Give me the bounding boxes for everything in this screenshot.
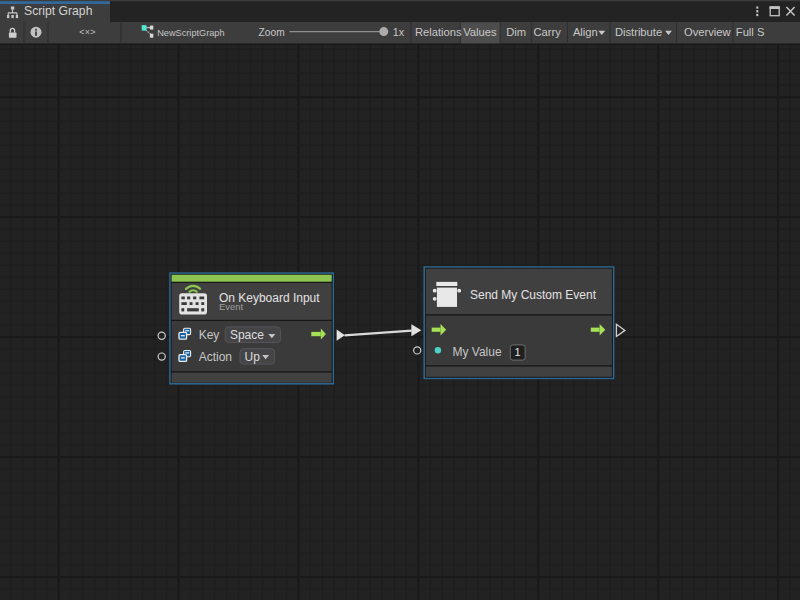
svg-text:Event: Event bbox=[219, 301, 244, 312]
svg-text:Key: Key bbox=[199, 328, 220, 342]
svg-text:Script Graph: Script Graph bbox=[24, 4, 92, 18]
svg-text:Overview: Overview bbox=[684, 26, 732, 38]
svg-text:Dim: Dim bbox=[506, 26, 526, 38]
svg-text:Align: Align bbox=[573, 26, 598, 38]
svg-text:Distribute: Distribute bbox=[615, 26, 662, 38]
svg-text:My Value: My Value bbox=[453, 345, 502, 359]
svg-text:Zoom: Zoom bbox=[259, 27, 285, 38]
svg-text:Up: Up bbox=[245, 350, 261, 364]
svg-text:Send My Custom Event: Send My Custom Event bbox=[470, 288, 597, 302]
svg-text:1: 1 bbox=[515, 346, 521, 358]
svg-text:NewScriptGraph: NewScriptGraph bbox=[157, 28, 224, 38]
svg-text:Relations: Relations bbox=[415, 26, 462, 38]
svg-text:Values: Values bbox=[463, 26, 497, 38]
svg-text:Action: Action bbox=[199, 350, 232, 364]
svg-text:<×>: <×> bbox=[79, 27, 96, 37]
svg-text:Carry: Carry bbox=[533, 26, 561, 38]
svg-text:1x: 1x bbox=[393, 26, 405, 38]
svg-text:Space: Space bbox=[230, 328, 264, 342]
svg-text:Full S: Full S bbox=[736, 26, 765, 38]
